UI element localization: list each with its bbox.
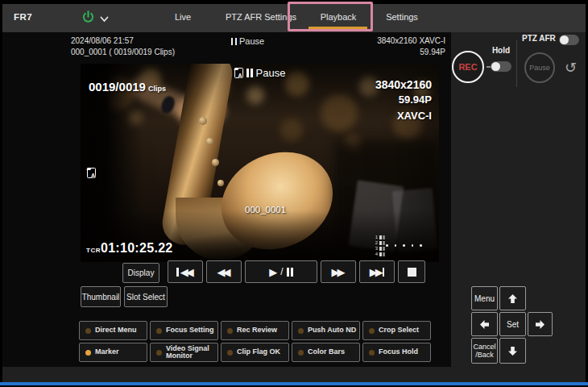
- slot-select-button[interactable]: Slot Select: [124, 286, 168, 307]
- skip-bar-icon: [383, 268, 385, 277]
- rec-hold-toggle-knob: [491, 62, 500, 71]
- menu-button[interactable]: Menu: [471, 286, 498, 310]
- play-pause-button[interactable]: ▶/: [245, 260, 317, 283]
- assign-button-label: Marker: [95, 348, 119, 356]
- playback-status: Pause: [231, 36, 264, 46]
- assign-button-video-signal-monitor[interactable]: Video Signal Monitor: [150, 343, 218, 362]
- arrow-left-icon: [479, 319, 490, 330]
- audio-level-segment: [383, 252, 385, 256]
- assign-button-marker[interactable]: Marker: [79, 343, 147, 362]
- assign-indicator-dot: [298, 328, 304, 334]
- assign-button-push-auto-nd[interactable]: Push Auto ND: [292, 321, 360, 340]
- timecode-value: 01:10:25.22: [101, 241, 173, 256]
- audio-channel-label: 3: [373, 246, 378, 252]
- assign-button-label: Push Auto ND: [308, 327, 356, 335]
- ptz-afr-toggle[interactable]: [559, 35, 579, 45]
- tab-ptz-afr-settings[interactable]: PTZ AFR Settings: [226, 12, 296, 22]
- ptz-afr-toggle-knob: [560, 35, 569, 44]
- cancel-label-line1: Cancel: [473, 343, 495, 351]
- assign-button-focus-setting[interactable]: Focus Setting: [150, 321, 218, 340]
- rec-button[interactable]: REC: [452, 51, 484, 83]
- audio-level-segment: [379, 235, 382, 239]
- pause-bars-icon: [231, 38, 237, 45]
- hold-label: Hold: [490, 46, 512, 55]
- display-button[interactable]: Display: [122, 263, 159, 283]
- clip-counter-value: 0019/0019: [89, 80, 146, 94]
- timecode-label: TCR: [86, 247, 101, 254]
- thumbnail-button[interactable]: Thumbnail: [81, 286, 121, 307]
- assign-button-color-bars[interactable]: Color Bars: [292, 343, 360, 362]
- clip-counter-unit: Clips: [148, 85, 166, 93]
- audio-meter-scale-dots: [386, 244, 422, 247]
- arrow-left-button[interactable]: [471, 312, 498, 336]
- assign-button-label: Direct Menu: [95, 327, 137, 335]
- tab-playback[interactable]: Playback: [321, 12, 357, 22]
- assign-button-rec-review[interactable]: Rec Review: [221, 321, 289, 340]
- clip-datetime: 2024/08/06 21:57: [71, 36, 134, 45]
- tab-settings[interactable]: Settings: [386, 12, 418, 22]
- set-button[interactable]: Set: [499, 312, 526, 336]
- assign-indicator-dot: [369, 350, 375, 356]
- assign-indicator-dot: [85, 350, 91, 356]
- audio-level-segment: [383, 241, 385, 245]
- audio-level-segment: [383, 247, 385, 251]
- audio-level-meter: 1 2 3 4: [373, 235, 431, 259]
- video-format-overlay: 3840x2160 59.94P XAVC-I: [375, 78, 432, 122]
- audio-channel-label: 4: [373, 252, 378, 257]
- assign-indicator-dot: [227, 328, 233, 334]
- pause-bars-icon: [246, 69, 253, 77]
- play-icon: ▶: [269, 266, 277, 278]
- arrow-right-button[interactable]: [528, 312, 553, 336]
- audio-level-segment: [379, 247, 382, 251]
- previous-clip-button[interactable]: ◀◀: [168, 260, 203, 283]
- ptz-afr-label: PTZ AFR: [522, 34, 556, 43]
- fast-forward-button[interactable]: ▶▶: [321, 260, 356, 283]
- playback-status-label: Pause: [239, 36, 264, 46]
- arrow-up-icon: [507, 293, 518, 304]
- arrow-right-icon: [535, 319, 545, 330]
- assign-indicator-dot: [156, 350, 162, 356]
- assign-indicator-dot: [156, 328, 162, 334]
- assign-button-clip-flag-ok[interactable]: Clip Flag OK: [221, 343, 289, 362]
- power-menu-button[interactable]: [81, 10, 117, 27]
- assign-button-crop-select[interactable]: Crop Select: [362, 321, 431, 340]
- video-resolution: 3840x2160: [375, 78, 432, 91]
- format-text: 3840x2160 XAVC-I: [284, 36, 445, 45]
- media-slot-icon: A: [234, 68, 243, 78]
- cancel-back-button[interactable]: Cancel /Back: [471, 338, 498, 364]
- audio-level-segment: [383, 235, 385, 239]
- stop-button[interactable]: [398, 260, 425, 283]
- assign-button-direct-menu[interactable]: Direct Menu: [79, 321, 147, 340]
- bottom-accent-bar: [0, 382, 588, 385]
- assign-indicator-dot: [227, 350, 233, 356]
- playback-panel: 2024/08/06 21:57 000_0001 ( 0019/0019 Cl…: [2, 32, 451, 367]
- assign-indicator-dot: [85, 328, 91, 334]
- rewind-button[interactable]: ◀◀: [206, 260, 242, 283]
- assign-button-label: Video Signal Monitor: [166, 345, 216, 360]
- arrow-up-button[interactable]: [499, 286, 526, 310]
- clip-name-overlay: 000_0001: [245, 205, 286, 214]
- timecode-overlay: TCR 01:10:25.22: [86, 241, 173, 256]
- video-pause-label: Pause: [256, 67, 286, 79]
- rewind-triangles-icon: ◀◀: [180, 267, 194, 277]
- skip-bar-icon: [176, 268, 179, 277]
- audio-channel-label: 2: [373, 240, 378, 246]
- audio-level-segment: [379, 252, 382, 256]
- clip-counter: 0019/0019Clips: [89, 80, 166, 94]
- rec-hold-toggle[interactable]: [491, 61, 511, 72]
- tab-live[interactable]: Live: [175, 12, 191, 22]
- assign-button-focus-hold[interactable]: Focus Hold: [362, 343, 431, 362]
- arrow-down-button[interactable]: [499, 338, 526, 364]
- active-tab-underline: [308, 27, 367, 29]
- assign-indicator-dot: [298, 350, 304, 356]
- forward-triangles-icon: ▶▶: [370, 267, 383, 277]
- audio-level-segment: [379, 241, 382, 245]
- clip-info-text: 000_0001 ( 0019/0019 Clips): [71, 48, 175, 56]
- chevron-down-icon: [100, 11, 109, 26]
- pause-button[interactable]: Pause: [524, 52, 555, 83]
- assign-button-label: Color Bars: [308, 348, 345, 356]
- next-clip-button[interactable]: ▶▶: [359, 260, 395, 283]
- audio-channel-label: 1: [373, 235, 378, 240]
- refresh-icon[interactable]: ↺: [565, 59, 577, 76]
- assign-button-label: Rec Review: [237, 327, 277, 335]
